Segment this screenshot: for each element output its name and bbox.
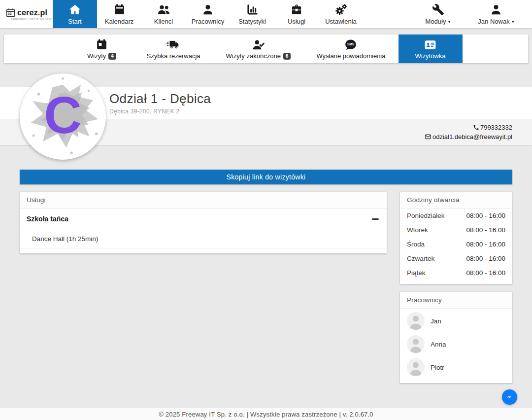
user-icon xyxy=(201,3,214,16)
sub-navigation: Wizyty 4 Szybka rezerwacja xyxy=(4,35,528,63)
topnav-label: Start xyxy=(68,18,81,25)
business-name: Odział 1 - Dębica xyxy=(109,91,532,106)
staff-name: Anna xyxy=(431,341,446,348)
service-group-name: Szkoła tańca xyxy=(27,215,68,223)
opening-hours-title: Godziny otwarcia xyxy=(400,192,512,209)
home-icon xyxy=(68,3,81,16)
topnav-label: Klienci xyxy=(154,18,173,25)
hours-time: 08:00 - 16:00 xyxy=(466,241,505,248)
toolbox-icon xyxy=(290,3,303,16)
gears-icon xyxy=(334,3,348,16)
service-group-szkola-tanca[interactable]: Szkoła tańca xyxy=(20,209,387,229)
business-address: Dębica 39-200, RYNEK 2 xyxy=(109,108,532,115)
business-card-header: C Odział 1 - Dębica Dębica 39-200, RYNEK… xyxy=(0,87,532,145)
hours-day: Środa xyxy=(407,241,425,248)
staff-name: Piotr xyxy=(431,364,444,371)
topnav-item-statystyki[interactable]: Statystyki xyxy=(230,0,274,28)
services-panel: Usługi Szkoła tańca Dance Hall (1h 25min… xyxy=(20,192,387,253)
topnav-item-pracownicy[interactable]: Pracownicy xyxy=(186,0,230,28)
subnav-label: Wizyty xyxy=(87,52,106,60)
topnav-item-ustawienia[interactable]: Ustawienia xyxy=(319,0,363,28)
topnav-label: Statystyki xyxy=(238,18,266,25)
subnav-item-wizyty[interactable]: Wizyty 4 xyxy=(69,35,133,63)
business-email[interactable]: odzial1.debica@freewayit.pl xyxy=(425,133,512,140)
brand-tagline: ZAREZERWUJ SWOJE SUKCESY! xyxy=(11,18,52,21)
hours-time: 08:00 - 16:00 xyxy=(466,212,505,219)
calendar-day-icon xyxy=(96,38,108,51)
top-navigation: cerez.pl ZAREZERWUJ SWOJE SUKCESY! Start… xyxy=(0,0,532,28)
email-address: odzial1.debica@freewayit.pl xyxy=(432,133,512,140)
staff-avatar-icon xyxy=(407,358,425,376)
staff-row: Jan xyxy=(400,310,512,332)
chart-icon xyxy=(246,3,259,16)
topnav-item-user-menu[interactable]: Jan Nowak ▾ xyxy=(467,0,525,28)
topnav-label: Usługi xyxy=(288,18,305,25)
truck-icon xyxy=(166,38,181,51)
topnav-label: Moduły xyxy=(426,18,446,25)
subnav-label: Wizytówka xyxy=(415,52,445,60)
messenger-chat-button[interactable] xyxy=(502,389,517,405)
subnav-item-wyslane-powiadomienia[interactable]: SMS Wysłane powiadomienia xyxy=(303,35,398,63)
collapse-minus-icon[interactable] xyxy=(372,218,379,220)
services-panel-title: Usługi xyxy=(20,192,387,209)
staff-avatar-icon xyxy=(407,335,425,353)
business-avatar: C xyxy=(20,73,106,160)
wizyty-count-badge: 4 xyxy=(108,53,116,60)
footer: © 2025 Freeway IT Sp. z o.o. | Wszystkie… xyxy=(0,408,532,420)
phone-number: 799332332 xyxy=(480,124,512,131)
hours-row: Piątek 08:00 - 16:00 xyxy=(400,266,512,280)
staff-row: Anna xyxy=(400,333,512,355)
service-item[interactable]: Dance Hall (1h 25min) xyxy=(20,229,387,248)
hours-row: Środa 08:00 - 16:00 xyxy=(400,237,512,251)
topnav-item-klienci[interactable]: Klienci xyxy=(141,0,186,28)
envelope-icon xyxy=(425,134,432,140)
topnav-label: Jan Nowak xyxy=(478,18,509,25)
calendar-icon xyxy=(113,3,126,16)
hours-day: Piątek xyxy=(407,269,426,277)
staff-name: Jan xyxy=(431,317,441,325)
hours-row: Poniedziałek 08:00 - 16:00 xyxy=(400,209,512,223)
business-phone[interactable]: 799332332 xyxy=(473,124,512,131)
hours-time: 08:00 - 16:00 xyxy=(466,226,505,234)
business-initial: C xyxy=(20,73,106,160)
topnav-label: Pracownicy xyxy=(192,18,224,25)
zakonczone-count-badge: 6 xyxy=(283,53,291,60)
hours-time: 08:00 - 16:00 xyxy=(466,269,505,277)
hours-day: Wtorek xyxy=(407,226,428,234)
topnav-item-start[interactable]: Start xyxy=(53,0,97,28)
topnav-item-kalendarz[interactable]: Kalendarz xyxy=(97,0,141,28)
chevron-down-icon: ▾ xyxy=(448,19,450,24)
phone-icon xyxy=(473,124,479,131)
hours-row: Czwartek 08:00 - 16:00 xyxy=(400,251,512,266)
subnav-item-wizyty-zakonczone[interactable]: Wizyty zakończone 6 xyxy=(213,35,304,63)
sms-bubble-icon: SMS xyxy=(344,38,357,51)
messenger-icon xyxy=(505,393,514,401)
copy-link-button[interactable]: Skopiuj link do wizytówki xyxy=(20,170,512,184)
user-check-icon xyxy=(252,38,265,51)
subnav-label: Wysłane powiadomienia xyxy=(316,52,385,60)
topnav-item-uslugi[interactable]: Usługi xyxy=(274,0,319,28)
subnav-item-wizytowka[interactable]: Wizytówka xyxy=(399,35,463,63)
subnav-label: Szybka rezerwacja xyxy=(146,52,200,60)
topnav-label: Ustawienia xyxy=(325,18,357,25)
hours-day: Czwartek xyxy=(407,255,434,262)
wrench-icon xyxy=(432,3,444,16)
main-content: Skopiuj link do wizytówki Usługi Szkoła … xyxy=(0,170,532,383)
hours-time: 08:00 - 16:00 xyxy=(466,255,505,262)
brand-name: cerez.pl xyxy=(17,8,47,17)
staff-panel: Pracownicy Jan Anna xyxy=(400,292,512,383)
topnav-right-group: Moduły ▾ Jan Nowak ▾ xyxy=(409,0,525,28)
hours-row: Wtorek 08:00 - 16:00 xyxy=(400,223,512,237)
topnav-label: Kalendarz xyxy=(105,18,134,25)
id-card-icon xyxy=(424,38,437,51)
subnav-item-szybka-rezerwacja[interactable]: Szybka rezerwacja xyxy=(133,35,213,63)
brand-logo[interactable]: cerez.pl ZAREZERWUJ SWOJE SUKCESY! xyxy=(0,0,53,28)
topnav-item-moduly[interactable]: Moduły ▾ xyxy=(409,0,467,28)
svg-text:SMS: SMS xyxy=(347,42,355,46)
hours-day: Poniedziałek xyxy=(407,212,445,219)
staff-row: Piotr xyxy=(400,356,512,378)
opening-hours-panel: Godziny otwarcia Poniedziałek 08:00 - 16… xyxy=(400,192,512,284)
staff-panel-title: Pracownicy xyxy=(400,292,512,309)
brand-calendar-icon xyxy=(5,7,16,18)
users-icon xyxy=(157,3,170,16)
